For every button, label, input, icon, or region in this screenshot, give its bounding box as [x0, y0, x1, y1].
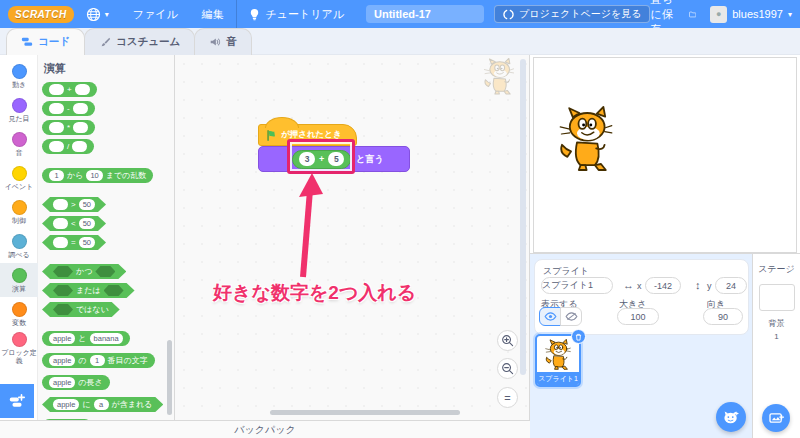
zoom-reset-button[interactable]: = [497, 387, 518, 408]
chevron-down-icon: ▾ [788, 10, 792, 19]
block-palette: 演算 +-*/1から10までの乱数>50<50=50かつまたはではないapple… [38, 55, 175, 420]
value-slot[interactable]: apple [49, 377, 75, 388]
palette-block[interactable]: * [42, 120, 95, 135]
category-item[interactable]: 動き [0, 59, 38, 93]
sprite-list-item-selected[interactable]: スプライト1 [535, 334, 581, 387]
value-slot[interactable] [49, 122, 64, 133]
value-slot[interactable]: 10 [86, 170, 102, 181]
delete-sprite-button[interactable] [571, 329, 586, 344]
cat-sprite-on-stage[interactable] [559, 102, 613, 178]
palette-block[interactable]: / [42, 139, 94, 154]
tab-code[interactable]: コード [6, 28, 85, 55]
palette-block[interactable]: + [42, 82, 97, 97]
menu-tutorials[interactable]: チュートリアル [236, 0, 356, 28]
say-block-label: と言う [356, 153, 383, 166]
backdrop-thumbnail[interactable] [759, 284, 795, 311]
value-slot[interactable] [49, 141, 64, 152]
language-menu[interactable]: ▾ [74, 0, 121, 28]
palette-block[interactable]: appleとbanana [42, 331, 130, 346]
category-item[interactable]: 音 [0, 127, 38, 161]
value-slot[interactable]: a [94, 399, 109, 410]
value-slot[interactable]: apple [49, 355, 75, 366]
hide-sprite-button[interactable] [560, 307, 582, 326]
value-slot[interactable]: banana [90, 333, 123, 344]
value-slot[interactable] [75, 84, 90, 95]
value-slot[interactable]: apple [49, 333, 75, 344]
value-slot[interactable] [53, 237, 68, 248]
add-backdrop-button[interactable] [762, 404, 790, 432]
size-input[interactable]: 100 [617, 308, 659, 325]
y-position-input[interactable]: 24 [715, 277, 747, 294]
palette-block[interactable]: <50 [42, 216, 106, 231]
my-stuff-folder-icon[interactable] [689, 8, 696, 21]
boolean-slot[interactable] [95, 266, 115, 277]
scratch-logo[interactable]: SCRATCH [8, 6, 74, 23]
value-slot[interactable]: 50 [79, 199, 95, 210]
value-slot[interactable] [49, 84, 64, 95]
tab-costumes[interactable]: コスチューム [84, 28, 195, 55]
boolean-slot[interactable] [53, 304, 73, 315]
value-slot[interactable] [73, 122, 88, 133]
project-title-input[interactable] [366, 5, 484, 23]
zoom-out-button[interactable] [497, 358, 518, 379]
zoom-in-button[interactable] [497, 330, 518, 351]
show-sprite-button[interactable] [539, 307, 561, 326]
category-color-dot [12, 332, 27, 347]
palette-block[interactable]: かつ [42, 264, 126, 279]
x-position-input[interactable]: -142 [645, 277, 681, 294]
value-slot[interactable] [72, 141, 87, 152]
value-slot[interactable] [49, 103, 64, 114]
category-item[interactable]: イベント [0, 161, 38, 195]
palette-block[interactable]: または [42, 283, 135, 298]
category-item[interactable]: 見た目 [0, 93, 38, 127]
category-item[interactable]: 変数 [0, 297, 38, 331]
boolean-slot[interactable] [104, 285, 124, 296]
stage-panel-header: ステージ [753, 263, 800, 276]
value-slot[interactable]: 50 [79, 237, 95, 248]
green-flag-icon [266, 130, 277, 141]
palette-block[interactable]: 1から10までの乱数 [42, 168, 153, 183]
value-slot[interactable]: 50 [79, 218, 95, 229]
value-slot[interactable]: 1 [49, 170, 64, 181]
vertical-scrollbar[interactable] [520, 59, 526, 375]
value-slot[interactable]: 1 [90, 355, 105, 366]
palette-block[interactable]: >50 [42, 197, 106, 212]
value-slot[interactable] [53, 199, 68, 210]
see-project-page-button[interactable]: プロジェクトページを見る [494, 5, 650, 23]
boolean-slot[interactable] [53, 266, 73, 277]
add-extension-button[interactable] [0, 384, 34, 418]
menu-edit[interactable]: 編集 [190, 0, 236, 28]
script-area[interactable]: が押されたとき 3 + 5 と言う 好きな数字を2つ入れる = [175, 55, 530, 420]
tab-sounds[interactable]: 音 [194, 28, 252, 55]
value-slot[interactable]: apple [53, 399, 79, 410]
palette-block[interactable]: =50 [42, 235, 106, 250]
block-label: かつ [76, 266, 92, 277]
value-slot[interactable] [53, 218, 68, 229]
category-item[interactable]: 演算 [0, 263, 38, 297]
add-sprite-button[interactable] [716, 402, 746, 432]
menu-file[interactable]: ファイル [121, 0, 190, 28]
category-item[interactable]: 調べる [0, 229, 38, 263]
backpack-label: バックパック [234, 423, 295, 437]
palette-scrollbar[interactable] [167, 340, 172, 415]
menu-tutorials-label: チュートリアル [265, 7, 344, 22]
horizontal-scrollbar[interactable] [270, 410, 460, 415]
palette-block[interactable]: appleの長さ [42, 375, 110, 390]
stage[interactable] [533, 57, 797, 253]
palette-block[interactable]: ではない [42, 302, 120, 317]
palette-block[interactable]: appleの1番目の文字 [42, 353, 155, 368]
backpack-bar[interactable]: バックパック [0, 420, 530, 438]
palette-block[interactable]: - [42, 101, 95, 116]
palette-block[interactable]: appleにaが含まれる [42, 397, 163, 412]
boolean-slot[interactable] [53, 285, 73, 296]
category-item[interactable]: ブロック定義 [0, 331, 38, 365]
category-color-dot [12, 98, 27, 113]
account-menu[interactable]: ● blues1997 ▾ [710, 6, 792, 23]
stage-panel[interactable]: ステージ 背景 1 [752, 253, 800, 438]
sound-speaker-icon [209, 36, 221, 48]
category-color-dot [12, 268, 27, 283]
value-slot[interactable] [73, 103, 88, 114]
direction-input[interactable]: 90 [703, 308, 743, 325]
sprite-name-input[interactable] [541, 277, 613, 294]
category-item[interactable]: 制御 [0, 195, 38, 229]
